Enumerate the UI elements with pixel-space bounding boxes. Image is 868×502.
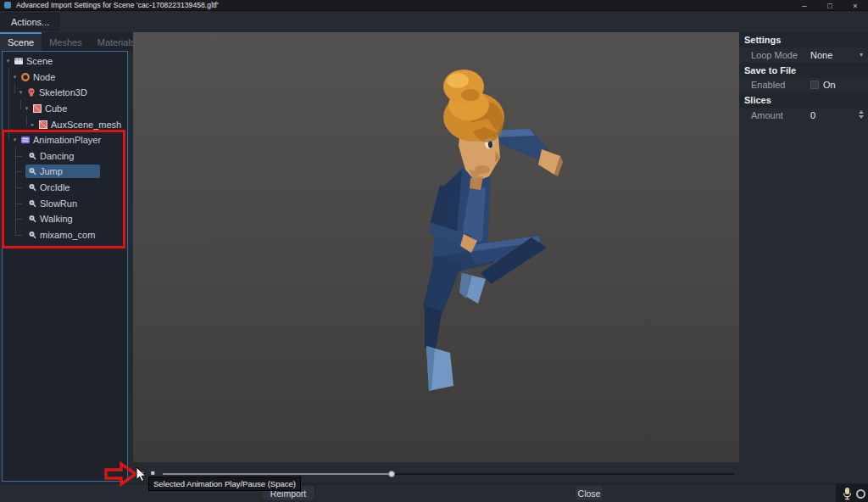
tree-item-animationplayer[interactable]: ▾ AnimationPlayer — [3, 132, 127, 148]
maximize-button[interactable]: □ — [817, 0, 843, 11]
advanced-import-settings-dialog: Advanced Import Settings for Scene 'cac-… — [0, 0, 868, 502]
tree-item-label: Dancing — [40, 151, 74, 161]
mesh-icon — [32, 103, 42, 114]
chevron-right-icon[interactable]: ▸ — [29, 121, 36, 128]
tree-item-label: SlowRun — [40, 198, 77, 209]
menu-bar: Actions... — [0, 11, 868, 32]
property-label: Loop Mode — [751, 50, 798, 60]
timeline-slider[interactable] — [392, 473, 734, 475]
actions-menu-button[interactable]: Actions... — [1, 13, 59, 31]
amount-spinbox[interactable]: 0 — [810, 110, 815, 120]
tree-item-label: Cube — [45, 103, 67, 114]
3d-preview-viewport[interactable] — [133, 32, 739, 462]
tree-item-animation-mixamo-com[interactable]: mixamo_com — [3, 227, 127, 243]
tree-item-label: Walking — [40, 214, 73, 224]
chevron-down-icon[interactable]: ▾ — [23, 105, 31, 112]
section-header-save-to-file: Save to File — [739, 63, 868, 78]
chevron-down-icon[interactable]: ▾ — [4, 58, 12, 64]
chevron-down-icon[interactable]: ▾ — [17, 89, 25, 96]
tab-bar: Scene Meshes Materials — [0, 32, 133, 51]
tree-item-node[interactable]: ▾ Node — [3, 70, 127, 86]
tree-item-label: AnimationPlayer — [33, 135, 101, 145]
godot-app-icon — [4, 2, 11, 8]
timeline-slider[interactable] — [163, 473, 392, 475]
tree-item-label: Jump — [40, 166, 63, 176]
animation-icon — [27, 230, 37, 240]
skeleton-icon — [26, 87, 36, 98]
scene-tree-panel: ▾ Scene ▾ Node ▾ Skeleton3D ▾ — [2, 51, 128, 482]
chevron-down-icon[interactable]: ▾ — [11, 74, 19, 81]
checkbox-label: On — [823, 80, 836, 90]
minimize-button[interactable]: – — [792, 0, 817, 11]
tree-item-label: Skeleton3D — [39, 87, 87, 98]
tree-item-label: Node — [33, 72, 55, 82]
inspector-panel: Settings Loop Mode None ▾ Save to File E… — [739, 32, 868, 502]
microphone-icon — [841, 487, 854, 500]
tree-item-label: AuxScene_mesh — [51, 120, 121, 130]
tree-item-label: Scene — [26, 56, 53, 66]
tree-item-animation-jump[interactable]: Jump — [3, 164, 127, 180]
animation-icon — [27, 166, 37, 176]
circle-indicator-icon — [856, 489, 865, 499]
close-window-button[interactable]: × — [843, 0, 868, 11]
tree-item-label: mixamo_com — [40, 230, 95, 240]
animation-icon — [27, 151, 37, 161]
tab-meshes[interactable]: Meshes — [42, 32, 90, 51]
close-button[interactable]: Close — [575, 485, 604, 501]
recording-indicator-patch — [836, 484, 868, 502]
tree-item-skeleton3d[interactable]: ▾ Skeleton3D — [3, 85, 127, 101]
property-row-enabled: Enabled On — [739, 78, 868, 93]
tree-item-animation-orcidle[interactable]: OrcIdle — [3, 180, 127, 196]
tree-item-label: OrcIdle — [40, 182, 70, 192]
tree-item-auxscene-mesh[interactable]: ▸ AuxScene_mesh — [3, 116, 127, 132]
tooltip: Selected Animation Play/Pause (Space) — [148, 477, 301, 491]
property-row-amount: Amount 0 — [739, 108, 868, 123]
chevron-down-icon[interactable]: ▾ — [860, 51, 863, 59]
tree-item-animation-slowrun[interactable]: SlowRun — [3, 195, 127, 211]
scene-icon — [14, 56, 24, 66]
animation-icon — [27, 198, 37, 209]
tree-item-animation-dancing[interactable]: Dancing — [3, 148, 127, 165]
spinbox-arrows-icon[interactable] — [859, 110, 864, 119]
character-model — [133, 32, 739, 460]
tree-item-scene[interactable]: ▾ Scene — [3, 53, 127, 70]
animation-icon — [27, 182, 37, 192]
play-pause-button[interactable]: ▶ — [138, 467, 144, 477]
timeline-grabber[interactable] — [388, 471, 395, 477]
property-row-loop-mode: Loop Mode None ▾ — [739, 47, 868, 63]
mesh-icon — [38, 120, 48, 130]
property-label: Enabled — [751, 80, 785, 90]
enabled-checkbox[interactable] — [810, 81, 819, 89]
property-label: Amount — [751, 110, 783, 120]
animation-icon — [27, 214, 37, 224]
node-icon — [20, 72, 31, 82]
window-title: Advanced Import Settings for Scene 'cac-… — [16, 1, 219, 9]
animation-player-icon — [20, 135, 31, 145]
tree-item-animation-walking[interactable]: Walking — [3, 211, 127, 227]
section-header-settings: Settings — [739, 32, 868, 47]
chevron-down-icon[interactable]: ▾ — [11, 137, 19, 143]
section-header-slices: Slices — [739, 92, 868, 108]
tree-item-cube[interactable]: ▾ Cube — [3, 101, 127, 117]
dialog-footer: Reimport Close — [0, 483, 868, 502]
window-titlebar: Advanced Import Settings for Scene 'cac-… — [0, 0, 868, 11]
loop-mode-dropdown[interactable]: None — [810, 50, 832, 60]
tab-scene[interactable]: Scene — [0, 32, 42, 51]
